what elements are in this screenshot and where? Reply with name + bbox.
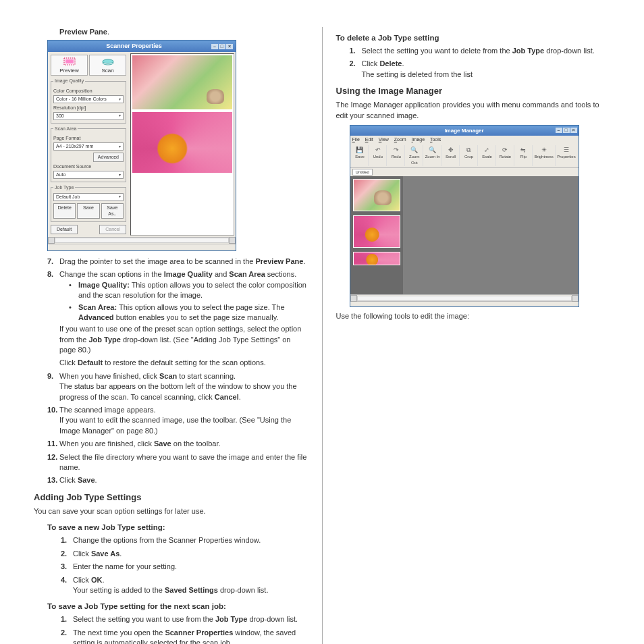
brightness-icon: ☀ [533,146,555,154]
tool-redo[interactable]: ↷Redo [387,145,405,166]
window-controls: –□× [211,42,233,51]
delete-1: 1.Select the setting you want to delete … [350,46,611,56]
step-9: 9.When you have finished, click Scan to … [47,371,308,402]
tab-untitled[interactable]: Untitled [352,169,373,176]
zoom-in-icon: 🔍 [424,146,441,154]
save-new-2: 2.Click Save As. [61,549,308,559]
status-bar [350,301,579,306]
step-7: 7.Drag the pointer to set the image area… [47,257,308,267]
save-as-button[interactable]: Save As.. [101,203,124,219]
crop-icon: ⧉ [460,146,477,154]
window-titlebar: Scanner Properties –□× [48,41,236,52]
flip-icon: ⇋ [515,146,532,154]
save-icon: 💾 [352,146,369,154]
job-type-dropdown[interactable]: Default Job▾ [53,193,124,201]
chevron-down-icon: ▾ [119,194,121,199]
preview-icon [51,56,87,67]
tool-save[interactable]: 💾Save [352,145,369,166]
menu-edit[interactable]: Edit [365,137,373,142]
scan-area-group: Scan Area Page Format A4 - 210x297 mm▾ A… [51,126,126,182]
window-titlebar: Image Manager –□× [350,126,579,136]
save-next-1: 1.Select the setting you want to use fro… [61,614,308,624]
save-button[interactable]: Save [77,203,99,219]
heading-adding-job-type: Adding Job Type Settings [34,491,308,504]
heading-save-next: To save a Job Type setting for the next … [47,601,308,612]
preview-image-2 [132,112,232,173]
status-bar [48,244,236,250]
color-composition-label: Color Composition [53,88,124,95]
scroll-icon: ✥ [442,146,459,154]
tool-scale[interactable]: ⤢Scale [479,145,496,166]
image-manager-window: Image Manager –□× File Edit View Zoom Im… [350,125,579,307]
step-8: 8.Change the scan options in the Image Q… [47,269,308,369]
scale-icon: ⤢ [479,146,495,154]
page-format-dropdown[interactable]: A4 - 210x297 mm▾ [53,142,124,151]
resolution-dropdown[interactable]: 300▾ [53,112,124,120]
save-new-3: 3.Enter the name for your setting. [61,562,308,572]
step-12: 12.Select the file directory where you w… [47,452,308,473]
scanner-properties-window: Scanner Properties –□× Preview Scan [47,40,236,251]
save-next-2: 2.The next time you open the Scanner Pro… [61,628,308,644]
zoom-out-icon: 🔍 [406,146,423,154]
document-source-label: Document Source [53,163,124,170]
tool-undo[interactable]: ↶Undo [369,145,387,166]
cancel-button[interactable]: Cancel [99,225,126,234]
tool-zoom-in[interactable]: 🔍Zoom In [424,145,441,166]
menu-zoom[interactable]: Zoom [394,137,406,142]
tool-flip[interactable]: ⇋Flip [515,145,533,166]
delete-button[interactable]: Delete [53,203,76,219]
color-composition-dropdown[interactable]: Color - 16 Million Colors▾ [53,95,124,103]
bullet-scan-area: Scan Area: This option allows you to sel… [69,302,308,323]
minimize-icon[interactable]: – [556,128,562,133]
preview-button[interactable]: Preview [51,55,88,76]
preview-pane[interactable] [130,53,234,236]
svg-rect-1 [65,59,74,63]
im-intro: The Image Manager application provides y… [336,100,611,121]
advanced-button[interactable]: Advanced [93,153,124,162]
document-source-dropdown[interactable]: Auto▾ [53,171,124,179]
maximize-icon[interactable]: □ [219,44,225,49]
close-icon[interactable]: × [226,44,233,49]
menu-file[interactable]: File [352,137,360,142]
thumbnail-1[interactable] [353,179,400,211]
minimize-icon[interactable]: – [211,44,218,49]
thumbnail-panel [350,176,403,294]
chevron-down-icon: ▾ [119,97,121,102]
tool-properties[interactable]: ☰Properties [556,145,577,166]
canvas-area[interactable] [403,176,579,294]
scan-button[interactable]: Scan [89,55,126,76]
resolution-label: Resolution [dpi] [53,105,124,111]
document-tabs: Untitled [350,168,579,176]
chevron-down-icon: ▾ [119,113,121,118]
menubar[interactable]: File Edit View Zoom Image Tools [350,136,579,144]
thumbnail-3[interactable] [353,252,400,265]
thumbnail-2[interactable] [353,215,400,248]
tool-zoom-out[interactable]: 🔍Zoom Out [406,145,423,166]
maximize-icon[interactable]: □ [563,128,570,133]
menu-tools[interactable]: Tools [430,137,441,142]
step-10: 10.The scanned image appears. If you wan… [47,405,308,436]
save-new-4: 4.Click OK. Your setting is added to the… [61,575,308,596]
job-type-group: Job Type Default Job▾ Delete Save Save A… [51,184,126,222]
window-title: Image Manager [444,127,483,134]
window-controls: –□× [555,126,577,134]
heading-delete-job-type: To delete a Job Type setting [336,32,611,43]
chevron-down-icon: ▾ [119,172,121,178]
properties-icon: ☰ [556,146,577,154]
chevron-down-icon: ▾ [119,144,121,149]
tool-crop[interactable]: ⧉Crop [460,145,478,166]
tool-brightness[interactable]: ☀Brightness [533,145,556,166]
scrollbar[interactable] [48,237,236,244]
menu-view[interactable]: View [379,137,389,142]
close-icon[interactable]: × [570,128,577,133]
tool-scroll[interactable]: ✥Scroll [442,145,460,166]
menu-image[interactable]: Image [412,137,425,142]
step-13: 13.Click Save. [47,475,308,485]
toolbar: 💾Save ↶Undo ↷Redo 🔍Zoom Out 🔍Zoom In ✥Sc… [350,144,579,168]
im-after-text: Use the following tools to edit the imag… [336,311,611,321]
tool-rotate[interactable]: ⟳Rotate [497,145,514,166]
step-11: 11.When you are finished, click Save on … [47,439,308,449]
scrollbar[interactable] [350,294,579,301]
default-button[interactable]: Default [51,225,78,234]
adding-intro: You can save your scan option settings f… [34,506,308,516]
